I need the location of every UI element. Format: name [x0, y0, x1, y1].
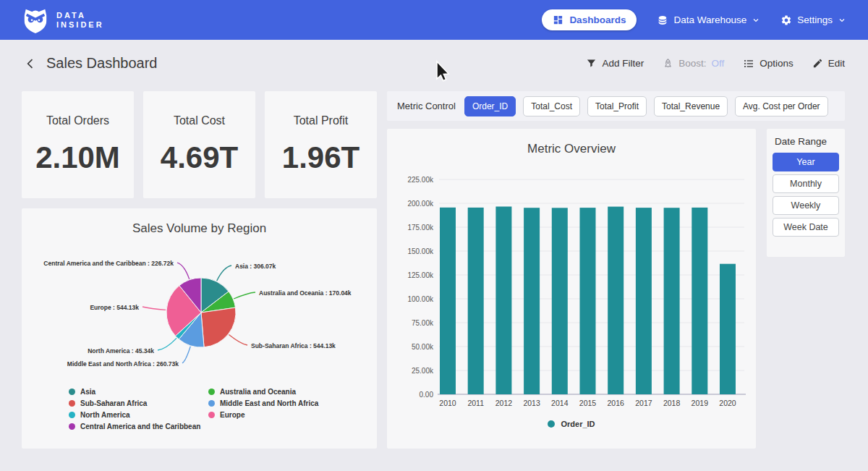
legend-item-middle-east-and-north-africa[interactable]: Middle East and North Africa — [208, 397, 318, 409]
bar-2020[interactable] — [720, 264, 736, 394]
bar-2019[interactable] — [692, 208, 707, 394]
pie-legend-column-1: AsiaSub-Saharan AfricaNorth AmericaCentr… — [69, 386, 200, 432]
date-range-button-monthly[interactable]: Monthly — [773, 174, 839, 193]
bar-chart-card: Metric Overview 0.0025.00k50.00k75.00k10… — [387, 129, 756, 449]
kpi-value: 4.69T — [143, 140, 255, 175]
pie-chart-card: Sales Volume by Region Asia : 306.07kAus… — [22, 208, 377, 449]
legend-item-north-america[interactable]: North America — [69, 409, 200, 420]
metric-button-total-revenue[interactable]: Total_Revenue — [654, 96, 728, 116]
legend-dot — [208, 400, 215, 407]
options-button[interactable]: Options — [743, 58, 793, 69]
date-range-button-weekly[interactable]: Weekly — [773, 196, 839, 215]
gear-icon — [780, 14, 792, 26]
pie-slice-label-central-america-and-the-caribbean: Central America and the Caribbean : 226.… — [43, 260, 174, 267]
legend-item-central-america-and-the-caribbean[interactable]: Central America and the Caribbean — [69, 420, 200, 432]
x-tick-label-2013: 2013 — [523, 399, 540, 407]
date-range-label: Date Range — [773, 136, 839, 147]
x-tick-label-2017: 2017 — [635, 399, 652, 407]
metric-button-avg-cost-per-order[interactable]: Avg. Cost per Order — [735, 96, 828, 116]
y-tick-label: 25.00k — [412, 367, 434, 375]
kpi-label: Total Profit — [265, 114, 377, 127]
x-tick-label-2019: 2019 — [692, 399, 709, 407]
x-tick-label-2010: 2010 — [439, 399, 456, 407]
pie-slice-sub-saharan-africa[interactable] — [201, 307, 236, 347]
bar-2015[interactable] — [580, 208, 596, 394]
page-title: Sales Dashboard — [46, 55, 157, 72]
x-tick-label-2012: 2012 — [495, 399, 513, 407]
metric-button-total-profit[interactable]: Total_Profit — [587, 96, 647, 116]
x-tick-label-2011: 2011 — [467, 399, 484, 407]
kpi-card-total-orders: Total Orders 2.10M — [22, 91, 134, 198]
x-tick-label-2016: 2016 — [608, 399, 625, 407]
brand-line-1: DATA — [56, 11, 104, 20]
rocket-icon — [663, 58, 673, 69]
metric-button-total-cost[interactable]: Total_Cost — [523, 96, 580, 116]
boost-toggle[interactable]: Boost: Off — [663, 58, 724, 69]
date-range-button-year[interactable]: Year — [773, 153, 839, 171]
y-tick-label: 50.00k — [412, 343, 434, 351]
bar-chart-legend-item[interactable]: Order_ID — [387, 420, 756, 428]
legend-dot — [69, 412, 75, 418]
legend-label: Sub-Saharan Africa — [80, 399, 147, 407]
metric-button-order-id[interactable]: Order_ID — [464, 96, 516, 116]
edit-button[interactable]: Edit — [812, 58, 845, 69]
metric-control-label: Metric Control — [397, 101, 456, 111]
bar-2011[interactable] — [468, 208, 484, 394]
pie-leader-line — [158, 338, 176, 350]
bar-2017[interactable] — [636, 208, 652, 394]
pie-slice-label-sub-saharan-africa: Sub-Saharan Africa : 544.13k — [251, 342, 336, 349]
metric-control-bar: Metric Control Order_IDTotal_CostTotal_P… — [387, 91, 845, 121]
pie-legend-column-2: Australia and OceaniaMiddle East and Nor… — [208, 386, 318, 420]
x-tick-label-2014: 2014 — [551, 399, 569, 407]
pie-slice-label-europe: Europe : 544.13k — [90, 304, 139, 311]
bar-2016[interactable] — [608, 207, 624, 394]
metric-control-buttons: Order_IDTotal_CostTotal_ProfitTotal_Reve… — [464, 96, 828, 116]
kpi-value: 2.10M — [22, 140, 134, 175]
legend-dot — [69, 400, 75, 407]
pie-slice-label-asia: Asia : 306.07k — [235, 263, 276, 270]
kpi-card-total-profit: Total Profit 1.96T — [265, 91, 377, 198]
y-tick-label: 200.00k — [407, 200, 434, 208]
dashboards-button[interactable]: Dashboards — [542, 9, 637, 30]
bar-2013[interactable] — [524, 208, 540, 394]
dashboard-grid-icon — [553, 14, 563, 25]
legend-dot — [69, 389, 75, 395]
pie-leader-line — [229, 335, 247, 346]
pie-leader-line — [234, 292, 255, 299]
pie-leader-line — [177, 263, 190, 279]
add-filter-button[interactable]: Add Filter — [586, 58, 644, 69]
back-button[interactable] — [23, 56, 38, 71]
pie-slice-label-australia-and-oceania: Australia and Oceania : 170.04k — [259, 289, 352, 297]
legend-item-europe[interactable]: Europe — [208, 409, 318, 420]
chevron-left-icon — [23, 56, 38, 71]
data-warehouse-label: Data Warehouse — [673, 14, 746, 25]
bar-2018[interactable] — [664, 208, 680, 394]
legend-label: North America — [80, 411, 130, 419]
owl-logo-icon — [22, 6, 49, 35]
data-warehouse-menu[interactable]: Data Warehouse — [657, 14, 760, 26]
bar-2010[interactable] — [440, 208, 456, 394]
header-actions: Add Filter Boost: Off Options — [586, 58, 845, 69]
y-tick-label: 225.00k — [407, 176, 434, 184]
y-tick-label: 0.00 — [420, 391, 434, 399]
y-tick-label: 125.00k — [407, 271, 434, 279]
bar-2014[interactable] — [552, 208, 568, 394]
date-range-button-week-date[interactable]: Week Date — [773, 218, 839, 237]
chevron-down-icon — [838, 16, 846, 25]
legend-dot — [69, 423, 75, 430]
legend-item-australia-and-oceania[interactable]: Australia and Oceania — [208, 386, 318, 397]
brand[interactable]: DATA INSIDER — [22, 6, 104, 35]
legend-label: Australia and Oceania — [220, 388, 296, 396]
legend-label: Order_ID — [561, 420, 595, 428]
page-header: Sales Dashboard Add Filter Boost: Off — [0, 40, 868, 87]
legend-item-sub-saharan-africa[interactable]: Sub-Saharan Africa — [69, 397, 200, 409]
pie-chart-title: Sales Volume by Region — [22, 208, 377, 236]
top-nav: DATA INSIDER Dashboards Data Warehouse — [0, 0, 868, 40]
list-icon — [743, 58, 754, 69]
bar-2012[interactable] — [495, 207, 511, 395]
legend-label: Asia — [80, 388, 95, 396]
legend-item-asia[interactable]: Asia — [69, 386, 200, 397]
y-tick-label: 150.00k — [407, 247, 434, 255]
bar-chart: 0.0025.00k50.00k75.00k100.00k125.00k150.… — [387, 172, 756, 415]
settings-menu[interactable]: Settings — [780, 14, 846, 26]
